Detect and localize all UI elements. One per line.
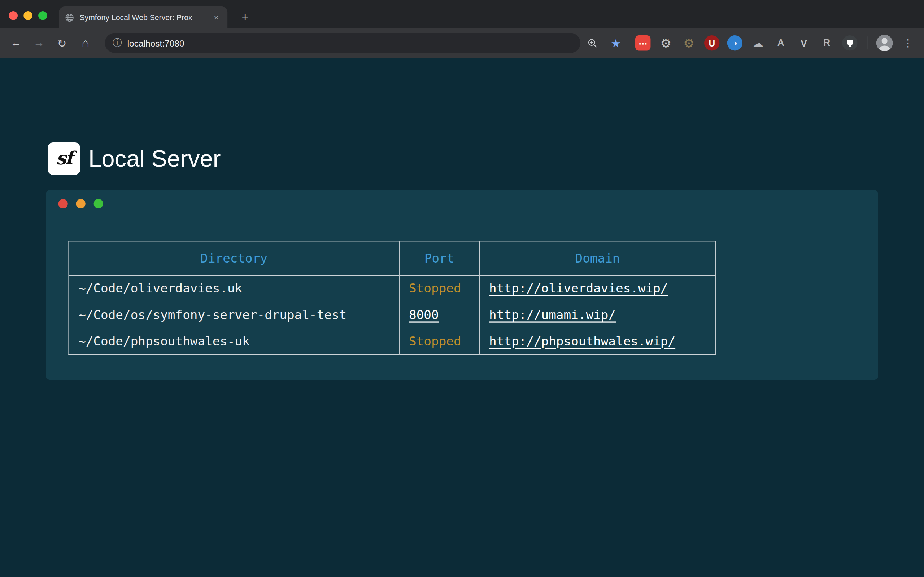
reload-button[interactable]: ↻: [51, 32, 73, 54]
port-column-header: Port: [399, 241, 479, 276]
new-tab-button[interactable]: +: [237, 10, 253, 24]
window-controls: [9, 11, 47, 20]
table-row: ~/Code/phpsouthwales-uk Stopped http://p…: [69, 328, 716, 355]
forward-button[interactable]: →: [28, 32, 50, 54]
table-header-row: Directory Port Domain: [69, 241, 716, 276]
port-link[interactable]: 8000: [409, 308, 439, 322]
bookmark-star-icon[interactable]: ★: [606, 33, 626, 53]
servers-table: Directory Port Domain ~/Code/oliverdavie…: [68, 241, 716, 355]
panel-window-dots: [58, 199, 103, 208]
active-tab[interactable]: Symfony Local Web Server: Prox ×: [59, 6, 228, 28]
github-extension-icon[interactable]: [842, 35, 857, 50]
tab-title: Symfony Local Web Server: Prox: [79, 13, 205, 22]
directory-cell: ~/Code/oliverdavies.uk: [69, 275, 399, 301]
domain-link[interactable]: http://phpsouthwales.wip/: [489, 334, 675, 348]
extension-icon-letter-r[interactable]: R: [819, 35, 834, 50]
table-row: ~/Code/oliverdavies.uk Stopped http://ol…: [69, 275, 716, 301]
brand-header: sf Local Server: [48, 142, 221, 175]
profile-avatar[interactable]: [876, 35, 893, 51]
page-content: sf Local Server Directory Port Domain: [0, 58, 924, 577]
extension-icon-ublock[interactable]: U: [704, 35, 719, 50]
extension-icon-letter-v[interactable]: V: [796, 35, 811, 50]
directory-column-header: Directory: [69, 241, 399, 276]
tab-strip: Symfony Local Web Server: Prox × +: [0, 0, 924, 28]
home-button[interactable]: ⌂: [75, 32, 96, 54]
browser-toolbar: ← → ↻ ⌂ ⓘ localhost:7080 ★ ⋯ ⚙ ⚙ U ◑ ☁ A…: [0, 28, 924, 58]
toolbar-divider: [867, 36, 868, 49]
browser-menu-icon[interactable]: ⋮: [901, 33, 915, 53]
tab-close-icon[interactable]: ×: [211, 12, 221, 23]
panel-dot-red: [58, 199, 68, 208]
domain-link[interactable]: http://oliverdavies.wip/: [489, 282, 668, 296]
extension-icon-gear-dark[interactable]: ⚙: [681, 35, 696, 50]
extension-icon-blue-orb[interactable]: ◑: [727, 35, 743, 50]
extension-icon-gear-light[interactable]: ⚙: [658, 35, 674, 50]
panel-dot-green: [94, 199, 103, 208]
page-title: Local Server: [89, 145, 221, 172]
port-status: Stopped: [409, 282, 461, 296]
panel-dot-orange: [76, 199, 86, 208]
port-status: Stopped: [409, 334, 461, 348]
browser-window: Symfony Local Web Server: Prox × + ← → ↻…: [0, 0, 924, 577]
address-bar[interactable]: ⓘ localhost:7080: [105, 33, 581, 53]
window-minimize-button[interactable]: [23, 11, 32, 20]
symfony-logo: sf: [48, 142, 80, 175]
server-panel: Directory Port Domain ~/Code/oliverdavie…: [46, 190, 878, 380]
directory-cell: ~/Code/phpsouthwales-uk: [69, 328, 399, 355]
globe-favicon-icon: [65, 13, 74, 22]
extensions-bar: ⋯ ⚙ ⚙ U ◑ ☁ A V R: [635, 35, 858, 50]
site-info-icon[interactable]: ⓘ: [113, 38, 122, 48]
zoom-icon[interactable]: [582, 33, 603, 53]
extension-icon-cloud[interactable]: ☁: [750, 35, 765, 50]
extension-icon-letter-a[interactable]: A: [773, 35, 788, 50]
extension-icon-dots-grid[interactable]: ⋯: [635, 35, 650, 50]
directory-cell: ~/Code/os/symfony-server-drupal-test: [69, 302, 399, 328]
window-zoom-button[interactable]: [38, 11, 47, 20]
table-row: ~/Code/os/symfony-server-drupal-test 800…: [69, 302, 716, 328]
back-button[interactable]: ←: [5, 32, 27, 54]
window-close-button[interactable]: [9, 11, 17, 20]
domain-column-header: Domain: [479, 241, 716, 276]
domain-link[interactable]: http://umami.wip/: [489, 308, 616, 322]
url-text: localhost:7080: [128, 38, 184, 48]
